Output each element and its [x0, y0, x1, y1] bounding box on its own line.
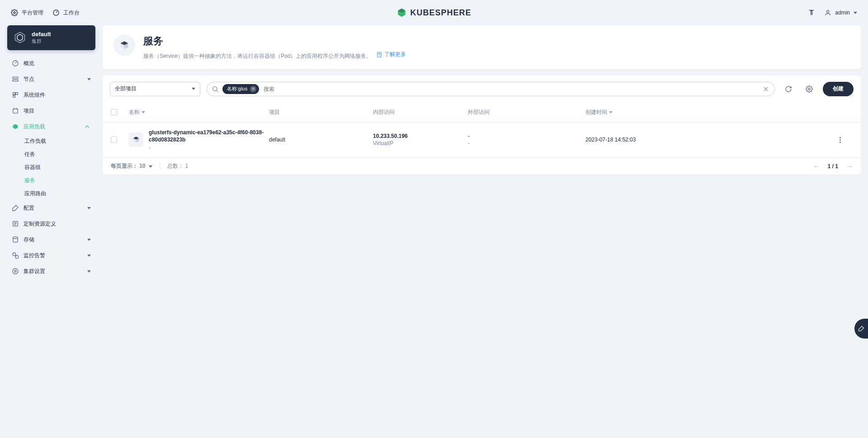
brand-text: KUBESPHERE [410, 8, 471, 18]
total-label: 总数： [167, 163, 184, 169]
sort-icon [142, 111, 145, 113]
nav-monitoring-label: 监控告警 [24, 252, 45, 259]
storage-icon [12, 236, 19, 243]
th-project-label: 项目 [269, 108, 280, 116]
nav-components-label: 系统组件 [24, 91, 45, 99]
brand-logo: KUBESPHERE [396, 8, 471, 18]
page-indicator: 1 / 1 [828, 163, 838, 170]
toolbar: 全部项目 名称:glus ✕ [103, 75, 861, 103]
nav-sub-routes[interactable]: 应用路由 [20, 187, 95, 200]
nav-crd[interactable]: 定制资源定义 [7, 216, 95, 232]
row-name: glusterfs-dynamic-ea179e62-a35c-4f60-803… [149, 129, 266, 144]
workbench-label: 工作台 [63, 9, 80, 17]
search-icon [212, 85, 219, 93]
prev-page-button[interactable]: ← [813, 163, 820, 170]
table-card: 全部项目 名称:glus ✕ [103, 75, 861, 175]
sort-icon [609, 111, 613, 113]
nav-config[interactable]: 配置 [7, 200, 95, 216]
svg-point-4 [827, 10, 829, 13]
nav-nodes[interactable]: 节点 [7, 71, 95, 87]
svg-point-25 [213, 86, 217, 90]
search-input[interactable] [263, 85, 756, 93]
th-created[interactable]: 创建时间 [585, 108, 835, 116]
search-box[interactable]: 名称:glus ✕ [207, 82, 775, 96]
nav-workloads[interactable]: 应用负载 [7, 119, 95, 135]
svg-rect-11 [16, 93, 18, 95]
page-description-text: 服务（Service）提供一种抽象的方法，将运行在容器组（Pod）上的应用程序公… [143, 53, 372, 59]
nav-projects[interactable]: 项目 [7, 103, 95, 119]
service-icon [118, 39, 130, 51]
nav-overview-label: 概览 [24, 60, 34, 67]
th-internal-label: 内部访问 [373, 108, 395, 116]
svg-point-19 [14, 270, 16, 272]
per-page-value: 10 [139, 163, 145, 169]
nav-cluster-settings[interactable]: 集群设置 [7, 264, 95, 279]
row-checkbox[interactable] [111, 137, 117, 143]
th-created-label: 创建时间 [585, 108, 607, 116]
remove-chip-button[interactable]: ✕ [250, 86, 256, 92]
th-project: 项目 [269, 108, 373, 116]
nav-sub-pods[interactable]: 容器组 [20, 161, 95, 174]
svg-rect-13 [13, 109, 18, 113]
cluster-icon [14, 31, 26, 44]
next-page-button[interactable]: → [846, 163, 853, 170]
table-footer: 每页显示： 10 总数： 1 ← 1 / 1 → [103, 158, 861, 174]
project-select[interactable]: 全部项目 [110, 82, 200, 96]
docs-button[interactable] [808, 9, 815, 16]
select-all-checkbox[interactable] [111, 109, 117, 115]
nav-sub-jobs[interactable]: 任务 [20, 148, 95, 161]
table-row[interactable]: glusterfs-dynamic-ea179e62-a35c-4f60-803… [103, 122, 861, 158]
svg-rect-10 [13, 93, 15, 95]
th-name[interactable]: 名称 [129, 108, 269, 116]
search-chip: 名称:glus ✕ [222, 84, 259, 94]
svg-point-18 [15, 255, 19, 259]
learn-more-label: 了解更多 [384, 51, 406, 58]
nav-workloads-sub: 工作负载 任务 容器组 服务 应用路由 [7, 135, 95, 200]
refresh-button[interactable] [781, 82, 796, 96]
cluster-card[interactable]: default 集群 [7, 25, 95, 50]
platform-management-link[interactable]: 平台管理 [11, 9, 43, 17]
page-description: 服务（Service）提供一种抽象的方法，将运行在容器组（Pod）上的应用程序公… [143, 51, 406, 60]
svg-line-26 [217, 90, 218, 92]
chevron-down-icon [149, 165, 152, 168]
gear-icon [11, 9, 18, 16]
svg-marker-14 [13, 124, 18, 129]
book-icon [808, 9, 815, 16]
settings-columns-button[interactable] [802, 82, 816, 96]
user-icon [824, 9, 831, 16]
cluster-sub: 集群 [32, 38, 51, 45]
nav-storage[interactable]: 存储 [7, 232, 95, 248]
kubesphere-logo-icon [396, 8, 406, 18]
workbench-link[interactable]: 工作台 [52, 9, 80, 17]
user-menu[interactable]: admin [824, 9, 857, 16]
overview-icon [12, 60, 19, 67]
main: 服务 服务（Service）提供一种抽象的方法，将运行在容器组（Pod）上的应用… [103, 25, 861, 174]
svg-marker-5 [15, 33, 25, 43]
svg-rect-12 [13, 95, 15, 98]
create-button[interactable]: 创建 [823, 82, 854, 96]
clear-search-button[interactable] [762, 85, 770, 93]
cluster-name: default [32, 31, 51, 38]
nav-overview[interactable]: 概览 [7, 56, 95, 71]
th-external-label: 外部访问 [468, 108, 490, 116]
nav-components[interactable]: 系统组件 [7, 87, 95, 103]
nav-sub-services[interactable]: 服务 [20, 174, 95, 187]
components-icon [12, 91, 19, 99]
nav-nodes-label: 节点 [24, 75, 34, 83]
row-actions-button[interactable] [835, 134, 845, 145]
total-value: 1 [185, 163, 188, 169]
row-created: 2023-07-18 14:52:03 [585, 137, 835, 143]
close-icon [763, 86, 769, 92]
svg-point-16 [13, 237, 18, 239]
nav-sub-deployments[interactable]: 工作负载 [20, 135, 95, 148]
nav-monitoring[interactable]: 监控告警 [7, 248, 95, 264]
sidebar-nav: 概览 节点 系统组件 项目 应用负载 工作负载 任务 [7, 56, 95, 279]
learn-more-link[interactable]: 了解更多 [376, 51, 406, 58]
svg-rect-9 [13, 80, 18, 81]
chevron-down-icon [87, 207, 91, 209]
per-page[interactable]: 每页显示： 10 [111, 162, 152, 170]
svg-point-0 [14, 12, 15, 14]
chevron-down-icon [87, 239, 91, 241]
svg-marker-6 [17, 34, 23, 41]
gear-icon [806, 85, 813, 93]
